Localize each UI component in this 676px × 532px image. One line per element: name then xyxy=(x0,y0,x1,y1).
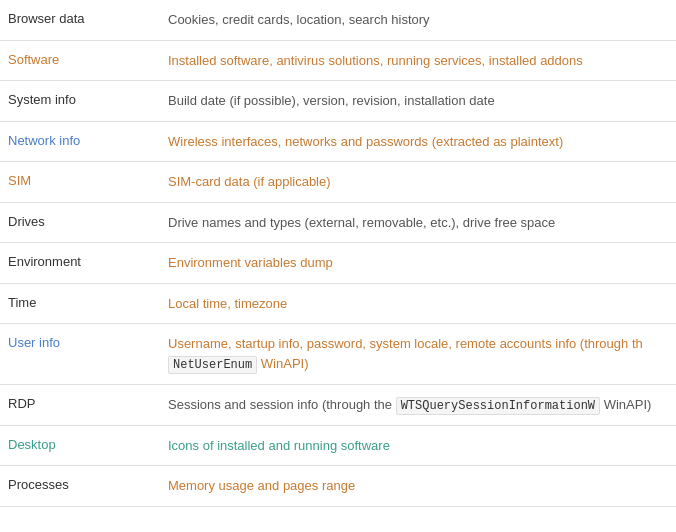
info-table: Browser data Cookies, credit cards, loca… xyxy=(0,0,676,507)
row-desc-sim: SIM-card data (if applicable) xyxy=(168,172,668,192)
row-desc-time: Local time, timezone xyxy=(168,294,668,314)
row-desc-desktop: Icons of installed and running software xyxy=(168,436,668,456)
row-desc-processes: Memory usage and pages range xyxy=(168,476,668,496)
row-desc-rdp: Sessions and session info (through the W… xyxy=(168,395,668,415)
row-desc-system-info: Build date (if possible), version, revis… xyxy=(168,91,668,111)
row-label-drives: Drives xyxy=(8,213,168,229)
user-info-desc-winapi: WinAPI) xyxy=(261,356,309,371)
row-desc-environment: Environment variables dump xyxy=(168,253,668,273)
row-label-software: Software xyxy=(8,51,168,67)
row-label-processes: Processes xyxy=(8,476,168,492)
table-row: SIM SIM-card data (if applicable) xyxy=(0,162,676,203)
table-row: Time Local time, timezone xyxy=(0,284,676,325)
rdp-code-wtsquery: WTSQuerySessionInformationW xyxy=(396,397,600,415)
user-info-code-netuserenumw: NetUserEnum xyxy=(168,356,257,374)
table-row: Drives Drive names and types (external, … xyxy=(0,203,676,244)
row-label-desktop: Desktop xyxy=(8,436,168,452)
row-desc-browser-data: Cookies, credit cards, location, search … xyxy=(168,10,668,30)
table-row: System info Build date (if possible), ve… xyxy=(0,81,676,122)
table-row: Software Installed software, antivirus s… xyxy=(0,41,676,82)
user-info-desc-line1: Username, startup info, password, system… xyxy=(168,336,643,351)
row-desc-user-info: Username, startup info, password, system… xyxy=(168,334,668,374)
row-label-environment: Environment xyxy=(8,253,168,269)
rdp-desc-winapi: WinAPI) xyxy=(604,397,652,412)
row-label-user-info: User info xyxy=(8,334,168,350)
row-label-rdp: RDP xyxy=(8,395,168,411)
row-label-network-info: Network info xyxy=(8,132,168,148)
row-label-system-info: System info xyxy=(8,91,168,107)
row-desc-network-info: Wireless interfaces, networks and passwo… xyxy=(168,132,668,152)
row-desc-drives: Drive names and types (external, removab… xyxy=(168,213,668,233)
rdp-desc-pre: Sessions and session info (through the xyxy=(168,397,396,412)
table-row: Network info Wireless interfaces, networ… xyxy=(0,122,676,163)
row-desc-software: Installed software, antivirus solutions,… xyxy=(168,51,668,71)
row-label-sim: SIM xyxy=(8,172,168,188)
table-row: Environment Environment variables dump xyxy=(0,243,676,284)
table-row: RDP Sessions and session info (through t… xyxy=(0,385,676,426)
table-row: User info Username, startup info, passwo… xyxy=(0,324,676,385)
table-row: Processes Memory usage and pages range xyxy=(0,466,676,507)
row-label-browser-data: Browser data xyxy=(8,10,168,26)
row-label-time: Time xyxy=(8,294,168,310)
table-row: Desktop Icons of installed and running s… xyxy=(0,426,676,467)
table-row: Browser data Cookies, credit cards, loca… xyxy=(0,0,676,41)
